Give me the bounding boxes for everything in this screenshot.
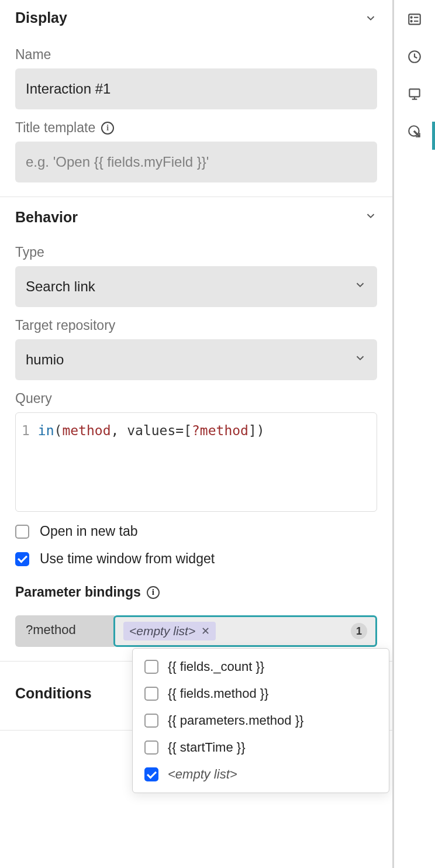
param-key: ?method: [15, 615, 115, 647]
chevron-down-icon: [364, 12, 377, 28]
svg-rect-0: [409, 14, 420, 24]
info-icon[interactable]: i: [147, 586, 160, 599]
presentation-icon[interactable]: [406, 85, 423, 103]
dropdown-option[interactable]: {{ fields.method }}: [133, 680, 389, 707]
query-label: Query: [15, 391, 377, 407]
param-binding-row: ?method <empty list> ✕ 1 {{ fields._coun…: [15, 615, 377, 647]
param-bindings-label: Parameter bindings i: [15, 584, 377, 600]
svg-point-1: [411, 17, 412, 18]
dropdown-option-checkbox[interactable]: [144, 767, 158, 781]
display-section-header[interactable]: Display: [15, 0, 377, 36]
dropdown-option-label: {{ startTime }}: [168, 740, 245, 755]
behavior-section-header[interactable]: Behavior: [15, 197, 377, 234]
type-select[interactable]: Search link: [15, 266, 377, 307]
dropdown-option-checkbox[interactable]: [144, 740, 158, 755]
chevron-down-icon: [354, 278, 367, 295]
svg-rect-6: [409, 89, 419, 97]
chevron-down-icon: [354, 352, 367, 368]
right-rail: [394, 0, 435, 868]
open-new-tab-row[interactable]: Open in new tab: [15, 523, 377, 539]
chip-remove-icon[interactable]: ✕: [201, 625, 210, 638]
use-time-window-checkbox[interactable]: [15, 552, 29, 566]
dropdown-option[interactable]: {{ fields._count }}: [133, 653, 389, 680]
param-value-input[interactable]: <empty list> ✕ 1: [113, 615, 377, 647]
open-new-tab-checkbox[interactable]: [15, 525, 29, 539]
dropdown-option-checkbox[interactable]: [144, 687, 158, 701]
param-chip-text: <empty list>: [129, 624, 195, 638]
dropdown-option[interactable]: <empty list>: [133, 761, 389, 788]
target-cursor-icon[interactable]: [406, 123, 423, 140]
title-template-label-text: Title template: [15, 120, 95, 136]
dropdown-option-label: {{ fields.method }}: [168, 686, 268, 701]
target-repo-select[interactable]: humio: [15, 339, 377, 380]
type-label: Type: [15, 244, 377, 260]
target-repo-label: Target repository: [15, 318, 377, 333]
dropdown-option[interactable]: {{ parameters.method }}: [133, 707, 389, 734]
open-new-tab-label: Open in new tab: [40, 523, 138, 539]
rail-active-indicator: [432, 122, 435, 150]
name-label: Name: [15, 47, 377, 63]
dropdown-option-checkbox[interactable]: [144, 660, 158, 674]
dropdown-option[interactable]: {{ startTime }}: [133, 734, 389, 761]
query-editor[interactable]: 1 in(method, values=[?method]): [15, 412, 377, 512]
param-value-dropdown: {{ fields._count }}{{ fields.method }}{{…: [132, 648, 389, 793]
info-icon[interactable]: i: [101, 122, 114, 135]
dropdown-option-label: <empty list>: [168, 767, 237, 782]
chevron-down-icon: [364, 209, 377, 226]
query-line: in(method, values=[?method]): [38, 421, 265, 503]
param-count-badge: 1: [351, 623, 367, 639]
param-value-chip: <empty list> ✕: [123, 622, 216, 640]
query-line-number: 1: [22, 421, 38, 503]
conditions-title: Conditions: [15, 685, 92, 702]
behavior-title: Behavior: [15, 209, 78, 226]
use-time-window-row[interactable]: Use time window from widget: [15, 551, 377, 567]
name-input[interactable]: [15, 68, 377, 109]
display-title: Display: [15, 9, 67, 26]
title-template-label: Title template i: [15, 120, 377, 136]
type-value: Search link: [26, 278, 95, 295]
list-icon[interactable]: [406, 11, 423, 28]
target-repo-value: humio: [26, 352, 64, 368]
dropdown-option-checkbox[interactable]: [144, 714, 158, 728]
use-time-window-label: Use time window from widget: [40, 551, 215, 567]
dropdown-option-label: {{ parameters.method }}: [168, 713, 303, 728]
dropdown-option-label: {{ fields._count }}: [168, 659, 264, 674]
clock-icon[interactable]: [406, 48, 423, 66]
svg-point-2: [411, 20, 412, 22]
title-template-input[interactable]: [15, 142, 377, 182]
param-bindings-label-text: Parameter bindings: [15, 584, 141, 600]
